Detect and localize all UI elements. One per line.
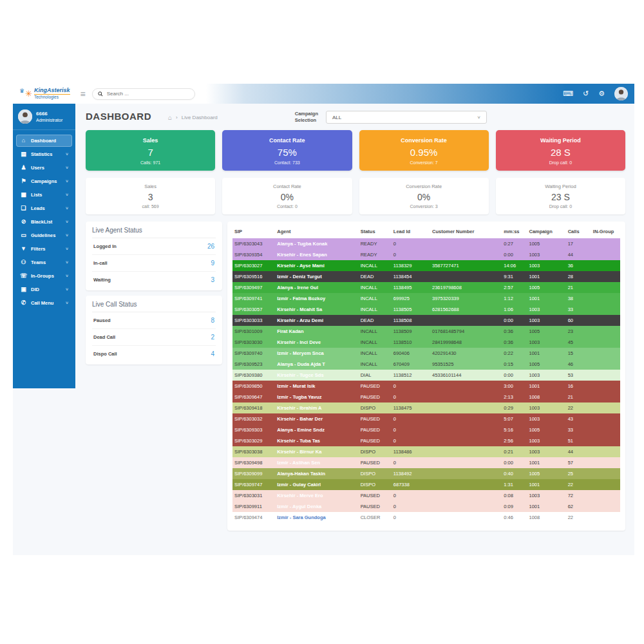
cell-campaign: 1003 [527, 304, 565, 315]
agent-link[interactable]: Izmir - Aygul Denka [275, 501, 358, 512]
cell-time: 5:16 [502, 424, 527, 435]
sidebar-item-users[interactable]: ♟Users˅ [16, 162, 72, 174]
keyboard-icon[interactable]: ⌨ [563, 90, 573, 97]
agent-link[interactable]: Izmir - Aslihan Sen [275, 457, 358, 468]
cell-sip: SIP/6309303 [232, 424, 275, 435]
cell-calls: 72 [566, 490, 591, 501]
cell-sip: SIP/6309099 [232, 468, 275, 479]
agent-link[interactable]: Alanya - Emine Sndz [275, 424, 358, 435]
logo[interactable]: ♛ ✳ KingAsterisk Technologies [19, 88, 70, 99]
status-row-paused: Paused8 [92, 312, 216, 329]
agent-link[interactable]: Alanya - Tugba Konak [275, 238, 358, 249]
cell-customer [430, 490, 502, 501]
cell-customer [430, 402, 502, 413]
cell-customer: 3975320339 [430, 293, 502, 304]
cell-campaign: 1003 [527, 490, 565, 501]
cell-campaign: 1003 [527, 402, 565, 413]
agent-link[interactable]: Kirsehir - Bahar Der [275, 413, 358, 424]
sidebar-item-dashboard[interactable]: ⌂Dashboard [16, 135, 72, 147]
cell-lead-id: 0 [392, 381, 430, 392]
cell-campaign: 1008 [527, 392, 565, 402]
cell-calls: 62 [566, 501, 591, 512]
kpi-card-waiting-period: Waiting Period28 SDrop call: 0 [496, 130, 625, 171]
campaign-label-line2: Selection [295, 117, 318, 124]
user-card[interactable]: 6666 Administrator [13, 104, 75, 130]
agent-link[interactable]: Kirsehir - Mcahit Sa [275, 304, 358, 315]
cell-campaign: 1001 [527, 457, 565, 468]
agent-link[interactable]: Kirsehir - Arzu Demi [275, 315, 358, 326]
agent-link[interactable]: Kirsehir - Tuba Tas [275, 435, 358, 446]
agent-link[interactable]: Izmir - Sara Gundoga [275, 512, 358, 523]
agent-link[interactable]: Kirsehir - Merve Ero [275, 490, 358, 501]
history-icon[interactable]: ↺ [583, 90, 589, 97]
agent-link[interactable]: Alanya - Duda Ajda T [275, 359, 358, 370]
agent-link[interactable]: Firat Kadan [275, 326, 358, 337]
status-value: 2 [211, 334, 214, 341]
cell-sip: SIP/6309516 [232, 271, 275, 282]
agent-link[interactable]: Izmir - Meryem Snca [275, 348, 358, 359]
table-row: SIP/6303029Kirsehir - Tuba TasPAUSED02:5… [232, 435, 620, 446]
agent-link[interactable]: Kirsehir - Enes Sapan [275, 249, 358, 260]
kpi-card-contact-rate: Contact Rate75%Contact: 733 [222, 130, 352, 171]
sidebar-item-teams[interactable]: ⚇Teams˅ [16, 256, 72, 269]
agent-link[interactable]: Kirsehir - Birnur Ka [275, 446, 358, 457]
agent-link[interactable]: Kirsehir - Ayse Mami [275, 260, 358, 271]
agent-link[interactable]: Kirsehir - Tugce Sds [275, 370, 358, 381]
settings-icon[interactable]: ⚙ [598, 90, 605, 97]
sidebar-item-guidelines[interactable]: ▭Guidelines˅ [16, 229, 72, 242]
sidebar-item-in-groups[interactable]: ☏In-Groups˅ [16, 270, 72, 282]
table-row: SIP/6309380Kirsehir - Tugce SdsDIAL11385… [232, 370, 620, 381]
agent-link[interactable]: Kirsehir - Inci Deve [275, 337, 358, 348]
sidebar-item-filters[interactable]: ▼Filters˅ [16, 243, 72, 255]
cell-in-group [591, 326, 620, 337]
chevron-down-icon: ˅ [66, 193, 68, 197]
search-input[interactable] [107, 91, 189, 97]
agent-link[interactable]: Alanya-Hakan Taskin [275, 468, 358, 479]
chevron-down-icon: ˅ [66, 247, 68, 251]
breadcrumb-current[interactable]: Live Dashboard [182, 115, 218, 120]
sidebar-item-lists[interactable]: ▦Lists˅ [16, 189, 72, 201]
chevron-down-icon: ˅ [66, 166, 68, 170]
agent-link[interactable]: Izmir - Deniz Turgut [275, 271, 358, 282]
panel-title: Live Agent Status [92, 227, 216, 238]
avatar[interactable] [614, 87, 628, 100]
cell-time: 5:07 [502, 413, 527, 424]
status-value: 8 [211, 317, 214, 324]
cell-time: 0:36 [502, 337, 527, 348]
user-role: Administrator [36, 118, 62, 122]
sidebar-item-campaigns[interactable]: ⚑Campaigns˅ [16, 175, 72, 187]
agent-link[interactable]: Kirsehir - Ibrahim A [275, 402, 358, 413]
stat-value: 0% [222, 192, 352, 202]
agent-link[interactable]: Alanya - Irene Gul [275, 282, 358, 293]
sidebar-item-blacklist[interactable]: ⊘BlackList˅ [16, 216, 72, 228]
campaign-select[interactable]: ALL ˅ [326, 111, 487, 124]
kpi-cards: Sales7Calls: 971Contact Rate75%Contact: … [86, 130, 625, 171]
table-row: SIP/6303027Kirsehir - Ayse MamiINCALL113… [232, 260, 620, 271]
agent-link[interactable]: Izmir - Murat Isik [275, 381, 358, 392]
sidebar-item-did[interactable]: ▣DID˅ [16, 283, 72, 296]
cell-in-group [591, 249, 620, 260]
hamburger-menu-icon[interactable]: ≡ [80, 89, 86, 99]
sidebar-item-statistics[interactable]: ▤Statistics˅ [16, 148, 72, 160]
chevron-down-icon: ˅ [66, 179, 68, 184]
cell-campaign: 1001 [527, 348, 565, 359]
cell-in-group [591, 424, 620, 435]
sidebar-item-call-menu[interactable]: ✆Call Menu˅ [16, 297, 72, 309]
home-icon[interactable]: ⌂ [168, 114, 172, 121]
sidebar-item-leads[interactable]: ❏Leads˅ [16, 202, 72, 214]
agent-link[interactable]: Izmir - Gulay Cakirl [275, 479, 358, 490]
cell-status: DISPO [359, 446, 392, 457]
cell-campaign: 1005 [527, 359, 565, 370]
cell-status: PAUSED [359, 424, 392, 435]
breadcrumb: ⌂ › Live Dashboard [168, 114, 218, 121]
cell-status: CLOSER [359, 512, 392, 523]
cell-calls: 38 [566, 293, 591, 304]
cell-calls: 44 [566, 249, 591, 260]
cell-sip: SIP/6303032 [232, 413, 275, 424]
agent-link[interactable]: Izmir - Tugba Yavuz [275, 392, 358, 402]
cell-calls: 51 [566, 435, 591, 446]
campaign-selection: Campaign Selection ALL ˅ [295, 111, 487, 124]
cell-customer [430, 238, 502, 249]
agent-link[interactable]: Izmir - Fatma Bozkoy [275, 293, 358, 304]
cell-time: 2:57 [502, 282, 527, 293]
